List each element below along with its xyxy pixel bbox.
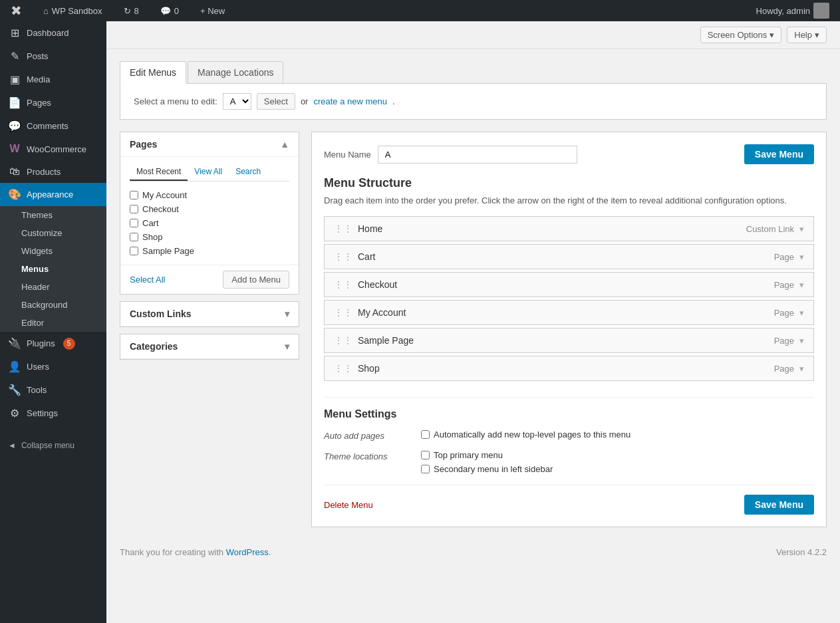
header-label: Header (21, 282, 50, 292)
list-item: Shop (130, 230, 289, 244)
sidebar-item-settings[interactable]: ⚙ Settings (0, 402, 106, 425)
updates-item[interactable]: ↻ 8 (118, 0, 144, 21)
auto-add-option[interactable]: Automatically add new top-level pages to… (421, 430, 630, 439)
sidebar-item-appearance[interactable]: 🎨 Appearance (0, 183, 106, 206)
theme-locations-row: Theme locations Top primary menu Seconda… (324, 450, 814, 474)
menu-item-sample-page[interactable]: ⋮⋮ Sample Page Page ▾ (324, 328, 814, 353)
sidebar-label-users: Users (27, 362, 49, 372)
expand-arrow-icon-sample-page[interactable]: ▾ (799, 336, 804, 346)
categories-accordion-header[interactable]: Categories ▾ (120, 334, 299, 359)
auto-add-checkbox[interactable] (421, 430, 430, 439)
tab-manage-locations[interactable]: Manage Locations (188, 61, 283, 83)
comments-sidebar-icon: 💬 (8, 120, 21, 132)
select-menu-label: Select a menu to edit: (134, 96, 217, 106)
footer-wp-link[interactable]: WordPress (226, 547, 269, 557)
pages-tab-most-recent[interactable]: Most Recent (130, 164, 188, 181)
screen-options-button[interactable]: Screen Options ▾ (700, 27, 782, 43)
menu-select[interactable]: A (223, 93, 251, 110)
sidebar-label-pages: Pages (27, 98, 51, 108)
sidebar-collapse-menu[interactable]: ◄ Collapse menu (0, 436, 106, 455)
comments-item[interactable]: 💬 0 (155, 0, 184, 21)
sidebar-item-products[interactable]: 🛍 Products (0, 160, 106, 183)
expand-arrow-icon-checkout[interactable]: ▾ (799, 280, 804, 290)
select-menu-button[interactable]: Select (257, 93, 295, 110)
custom-links-accordion: Custom Links ▾ (120, 301, 299, 327)
primary-menu-checkbox[interactable] (421, 451, 430, 459)
menu-item-checkout[interactable]: ⋮⋮ Checkout Page ▾ (324, 272, 814, 297)
select-all-link[interactable]: Select All (130, 275, 165, 285)
sidebar-item-users[interactable]: 👤 Users (0, 355, 106, 378)
products-icon: 🛍 (8, 166, 21, 178)
expand-arrow-icon-my-account[interactable]: ▾ (799, 308, 804, 318)
checkout-checkbox[interactable] (130, 205, 138, 213)
sidebar-item-themes[interactable]: Themes (0, 206, 106, 224)
shop-checkbox[interactable] (130, 233, 138, 241)
auto-add-desc: Automatically add new top-level pages to… (434, 430, 630, 439)
save-menu-button-top[interactable]: Save Menu (744, 144, 814, 164)
menu-item-shop[interactable]: ⋮⋮ Shop Page ▾ (324, 356, 814, 381)
expand-arrow-icon-home[interactable]: ▾ (799, 224, 804, 234)
customize-label: Customize (21, 228, 62, 238)
updates-count: 8 (134, 6, 139, 16)
tab-edit-menus[interactable]: Edit Menus (120, 61, 186, 84)
sidebar-item-menus[interactable]: Menus (0, 260, 106, 278)
menu-item-my-account[interactable]: ⋮⋮ My Account Page ▾ (324, 300, 814, 325)
howdy-item[interactable]: Howdy, admin (751, 0, 835, 21)
dashboard-icon: ⊞ (8, 27, 21, 39)
sample-page-label: Sample Page (142, 246, 194, 256)
expand-arrow-icon-shop[interactable]: ▾ (799, 364, 804, 374)
pages-tab-search[interactable]: Search (229, 164, 267, 181)
secondary-menu-option[interactable]: Secondary menu in left sidebar (421, 464, 553, 474)
pages-accordion-title: Pages (130, 139, 157, 150)
secondary-menu-label: Secondary menu in left sidebar (434, 464, 553, 474)
sidebar-item-pages[interactable]: 📄 Pages (0, 91, 106, 114)
checkout-label: Checkout (142, 204, 179, 214)
sidebar-item-plugins[interactable]: 🔌 Plugins 5 (0, 332, 106, 355)
create-new-menu-link[interactable]: create a new menu (313, 96, 387, 106)
menu-item-cart[interactable]: ⋮⋮ Cart Page ▾ (324, 244, 814, 269)
drag-handle-icon: ⋮⋮ (334, 251, 352, 262)
primary-menu-option[interactable]: Top primary menu (421, 450, 553, 460)
sidebar-label-tools: Tools (27, 385, 47, 395)
sidebar-item-header[interactable]: Header (0, 278, 106, 296)
sidebar-item-media[interactable]: ▣ Media (0, 68, 106, 91)
sidebar-item-posts[interactable]: ✎ Posts (0, 45, 106, 68)
sidebar-item-editor[interactable]: Editor (0, 314, 106, 332)
howdy-text: Howdy, admin (756, 6, 810, 16)
sidebar-item-comments[interactable]: 💬 Comments (0, 114, 106, 138)
menu-item-home[interactable]: ⋮⋮ Home Custom Link ▾ (324, 216, 814, 241)
pages-tab-view-all[interactable]: View All (188, 164, 229, 181)
sidebar-item-widgets[interactable]: Widgets (0, 242, 106, 260)
menu-structure-title: Menu Structure (324, 176, 814, 190)
expand-arrow-icon-cart[interactable]: ▾ (799, 252, 804, 262)
cart-label: Cart (142, 218, 159, 228)
secondary-menu-checkbox[interactable] (421, 465, 430, 473)
menu-item-name-cart: Cart (358, 251, 375, 262)
pages-accordion-header[interactable]: Pages ▲ (120, 132, 299, 157)
sidebar-item-woocommerce[interactable]: W WooCommerce (0, 138, 106, 160)
admin-bar: ✖ ⌂ WP Sandbox ↻ 8 💬 0 + New Howdy, admi… (0, 0, 840, 21)
list-item: Sample Page (130, 244, 289, 258)
sidebar-item-tools[interactable]: 🔧 Tools (0, 378, 106, 402)
wp-logo-item[interactable]: ✖ (5, 0, 27, 21)
sample-page-checkbox[interactable] (130, 247, 138, 255)
sidebar-item-customize[interactable]: Customize (0, 224, 106, 242)
help-button[interactable]: Help ▾ (787, 27, 827, 43)
site-name-item[interactable]: ⌂ WP Sandbox (38, 0, 108, 21)
menu-name-input[interactable] (378, 146, 577, 164)
new-item[interactable]: + New (195, 0, 230, 21)
delete-menu-link[interactable]: Delete Menu (324, 500, 373, 510)
select-menu-bar: Select a menu to edit: A Select or creat… (120, 84, 827, 120)
custom-links-accordion-header[interactable]: Custom Links ▾ (120, 302, 299, 326)
drag-handle-icon: ⋮⋮ (334, 223, 352, 234)
right-panel: Menu Name Save Menu Menu Structure Drag … (311, 132, 827, 527)
menu-item-name-home: Home (358, 223, 382, 234)
menu-settings-title: Menu Settings (324, 397, 814, 420)
add-to-menu-button[interactable]: Add to Menu (223, 271, 289, 289)
my-account-checkbox[interactable] (130, 191, 138, 199)
save-menu-button-bottom[interactable]: Save Menu (744, 495, 814, 515)
sidebar-item-background[interactable]: Background (0, 296, 106, 314)
categories-accordion: Categories ▾ (120, 334, 299, 360)
cart-checkbox[interactable] (130, 219, 138, 227)
sidebar-item-dashboard[interactable]: ⊞ Dashboard (0, 21, 106, 45)
